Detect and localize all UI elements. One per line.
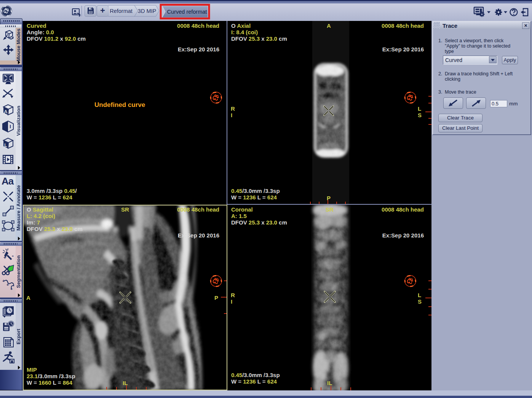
svg-text:A: A bbox=[4, 109, 8, 115]
svg-text:Reformat: Reformat bbox=[110, 8, 133, 14]
svg-text:+: + bbox=[6, 282, 9, 287]
svg-text:-: - bbox=[12, 252, 14, 259]
svg-text:+: + bbox=[2, 279, 5, 283]
svg-text:3D MIP: 3D MIP bbox=[138, 8, 156, 14]
svg-text:Curved reformat: Curved reformat bbox=[167, 9, 207, 15]
svg-text:L: L bbox=[4, 143, 7, 148]
svg-text:+: + bbox=[10, 287, 13, 291]
svg-text:+: + bbox=[3, 255, 6, 260]
svg-text:I: I bbox=[10, 124, 11, 129]
